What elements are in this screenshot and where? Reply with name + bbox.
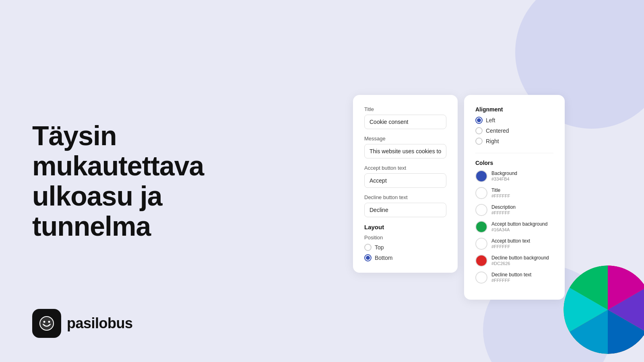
color-accept-bg: Accept button background #16A34A	[475, 221, 553, 233]
headline-line1: Täysin mukautettava	[32, 120, 204, 181]
message-label: Message	[364, 136, 446, 142]
alignment-right-label: Right	[486, 138, 499, 144]
layout-heading: Layout	[364, 224, 446, 230]
position-bottom-radio-inner	[366, 256, 370, 260]
position-bottom-radio[interactable]	[364, 254, 372, 261]
accept-button-input[interactable]	[364, 173, 446, 188]
background-color-info: Background #334FB4	[491, 171, 517, 182]
alignment-centered-option[interactable]: Centered	[475, 127, 553, 134]
right-section: Title Message Accept button text Decline…	[274, 0, 644, 362]
background-color-hex: #334FB4	[491, 177, 517, 181]
message-field-group: Message	[364, 136, 446, 158]
alignment-centered-radio[interactable]	[475, 127, 483, 134]
description-color-name: Description	[491, 204, 516, 211]
layout-section: Layout Position Top Bottom	[364, 224, 446, 261]
accept-text-color-info: Accept button text #FFFFFF	[491, 238, 530, 249]
left-section: Täysin mukautettava ulkoasu ja tunnelma	[0, 97, 274, 265]
accept-text-color-hex: #FFFFFF	[491, 244, 530, 249]
description-swatch[interactable]	[475, 204, 487, 216]
alignment-heading: Alignment	[475, 106, 553, 113]
accept-bg-color-info: Accept button background #16A34A	[491, 221, 547, 232]
accept-button-field-group: Accept button text	[364, 165, 446, 188]
decline-bg-color-name: Decline button background	[491, 255, 549, 261]
decline-text-color-info: Decline button text #FFFFFF	[491, 272, 531, 283]
panels-container: Title Message Accept button text Decline…	[353, 63, 565, 300]
color-decline-bg: Decline button background #DC2626	[475, 255, 553, 267]
decline-bg-swatch[interactable]	[475, 255, 487, 267]
background-swatch[interactable]	[475, 170, 487, 182]
message-input[interactable]	[364, 144, 446, 158]
position-top-option[interactable]: Top	[364, 244, 446, 251]
description-color-hex: #FFFFFF	[491, 210, 516, 215]
position-radio-group: Top Bottom	[364, 244, 446, 261]
svg-point-3	[43, 321, 45, 323]
title-field-group: Title	[364, 106, 446, 129]
left-panel: Title Message Accept button text Decline…	[353, 95, 458, 273]
position-top-radio[interactable]	[364, 244, 372, 251]
accept-bg-swatch[interactable]	[475, 221, 487, 233]
logo-svg	[38, 315, 56, 332]
alignment-options: Left Centered Right	[475, 117, 553, 145]
right-panel: Alignment Left Centered Right	[464, 95, 565, 300]
position-top-label: Top	[375, 244, 384, 251]
color-decline-text: Decline button text #FFFFFF	[475, 272, 553, 284]
title-color-name: Title	[491, 187, 510, 194]
alignment-centered-label: Centered	[486, 128, 509, 134]
title-swatch[interactable]	[475, 187, 487, 199]
color-background: Background #334FB4	[475, 170, 553, 182]
svg-point-4	[48, 321, 50, 323]
decline-text-color-name: Decline button text	[491, 272, 531, 278]
logo-text: pasilobus	[67, 315, 133, 332]
position-bottom-option[interactable]: Bottom	[364, 254, 446, 261]
description-color-info: Description #FFFFFF	[491, 204, 516, 216]
title-color-info: Title #FFFFFF	[491, 187, 510, 199]
title-color-hex: #FFFFFF	[491, 193, 510, 198]
position-label: Position	[364, 234, 446, 241]
colors-section: Colors Background #334FB4 Title #FFFFFF	[475, 153, 553, 284]
color-title: Title #FFFFFF	[475, 187, 553, 199]
decline-text-color-hex: #FFFFFF	[491, 278, 531, 283]
alignment-right-option[interactable]: Right	[475, 138, 553, 145]
background-color-name: Background	[491, 171, 517, 177]
alignment-left-option[interactable]: Left	[475, 117, 553, 124]
alignment-left-label: Left	[486, 117, 495, 123]
decline-text-swatch[interactable]	[475, 272, 487, 284]
title-label: Title	[364, 106, 446, 112]
decline-bg-color-info: Decline button background #DC2626	[491, 255, 549, 266]
decline-bg-color-hex: #DC2626	[491, 261, 549, 266]
alignment-right-radio[interactable]	[475, 138, 483, 145]
decline-button-field-group: Decline button text	[364, 194, 446, 217]
headline: Täysin mukautettava ulkoasu ja tunnelma	[32, 121, 242, 241]
color-description: Description #FFFFFF	[475, 204, 553, 216]
svg-point-6	[50, 324, 51, 325]
accept-bg-color-hex: #16A34A	[491, 227, 547, 232]
color-wheel	[564, 265, 644, 354]
alignment-left-radio-inner	[477, 118, 481, 122]
logo-icon	[32, 309, 61, 338]
logo-area: pasilobus	[32, 309, 133, 338]
alignment-left-radio[interactable]	[475, 117, 483, 124]
svg-point-5	[43, 324, 44, 325]
accept-bg-color-name: Accept button background	[491, 221, 547, 228]
page-layout: Täysin mukautettava ulkoasu ja tunnelma …	[0, 0, 644, 362]
accept-text-swatch[interactable]	[475, 238, 487, 250]
accept-button-label: Accept button text	[364, 165, 446, 171]
title-input[interactable]	[364, 115, 446, 129]
colors-heading: Colors	[475, 160, 553, 166]
decline-button-input[interactable]	[364, 203, 446, 217]
position-bottom-label: Bottom	[375, 255, 392, 261]
accept-text-color-name: Accept button text	[491, 238, 530, 245]
headline-line2: ulkoasu ja tunnelma	[32, 181, 162, 241]
color-accept-text: Accept button text #FFFFFF	[475, 238, 553, 250]
decline-button-label: Decline button text	[364, 194, 446, 200]
